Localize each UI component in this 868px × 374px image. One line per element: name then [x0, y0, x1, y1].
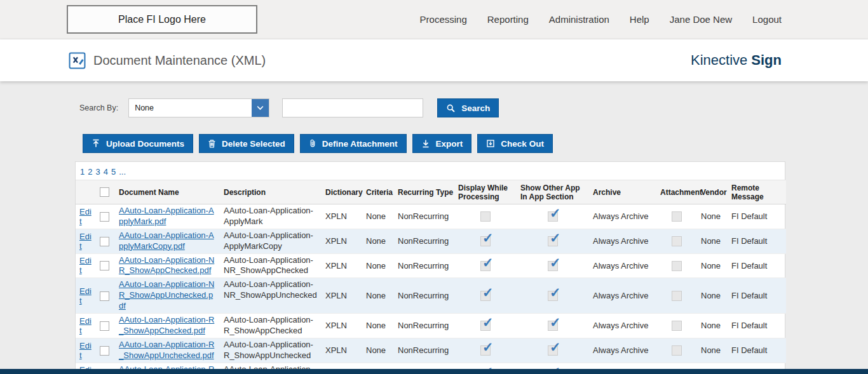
recurring-type-cell: NonRecurring	[394, 253, 454, 278]
upload-documents-button[interactable]: Upload Documents	[83, 134, 193, 153]
page-link-4[interactable]: 4	[104, 167, 108, 177]
display-while-processing-cell	[454, 278, 517, 314]
define-attachment-button[interactable]: Define Attachment	[300, 134, 407, 153]
nav-item-help[interactable]: Help	[630, 14, 649, 25]
row-checkbox[interactable]	[100, 237, 109, 246]
archive-cell: Always Archive	[589, 229, 656, 253]
row-checkbox[interactable]	[100, 261, 109, 270]
trash-icon	[208, 139, 216, 148]
edit-link[interactable]: Edit	[79, 256, 92, 275]
footer-bar	[0, 369, 868, 374]
search-by-dropdown[interactable]: None	[128, 98, 269, 117]
document-name-link[interactable]: AAuto-Loan-Application-R_ShowAppUnchecke…	[119, 340, 216, 361]
attachment-checkbox[interactable]	[672, 291, 682, 301]
nav-item-processing[interactable]: Processing	[420, 14, 467, 25]
row-checkbox[interactable]	[100, 346, 109, 356]
attachment-checkbox[interactable]	[672, 261, 682, 271]
document-name-link[interactable]: AAuto-Loan-Application-ApplyMark.pdf	[119, 206, 216, 227]
button-label: Define Attachment	[322, 139, 398, 149]
edit-link[interactable]: Edit	[79, 316, 92, 335]
nav-item-jane-doe-new[interactable]: Jane Doe New	[670, 14, 732, 25]
nav-item-administration[interactable]: Administration	[549, 14, 609, 25]
table-header-row: Document Name Description Dictionary Cri…	[76, 180, 786, 204]
archive-cell: Always Archive	[589, 338, 656, 363]
recurring-type-cell: NonRecurring	[394, 278, 454, 314]
show-other-app-checkbox[interactable]	[548, 211, 558, 222]
attachment-cell	[656, 338, 697, 363]
export-button[interactable]: Export	[412, 134, 472, 153]
show-other-app-checkbox[interactable]	[548, 261, 558, 271]
edit-link[interactable]: Edit	[79, 207, 92, 226]
nav-item-reporting[interactable]: Reporting	[487, 14, 529, 25]
recurring-type-cell: NonRecurring	[394, 204, 454, 229]
edit-link[interactable]: Edit	[79, 286, 92, 305]
pagination: 12345...	[76, 162, 785, 180]
button-label: Check Out	[501, 139, 544, 149]
attachment-checkbox[interactable]	[672, 236, 682, 246]
page-link-1[interactable]: 1	[80, 167, 85, 177]
button-label: Delete Selected	[222, 139, 285, 149]
document-name-link[interactable]: AAuto-Loan-Application-ApplyMarkCopy.pdf	[119, 230, 216, 252]
col-dictionary: Dictionary	[322, 180, 362, 204]
attachment-checkbox[interactable]	[672, 345, 682, 356]
recurring-type-cell: NonRecurring	[394, 338, 454, 363]
vendor-cell: None	[697, 338, 728, 363]
chevron-down-icon	[252, 99, 269, 117]
page-link-[interactable]: ...	[119, 167, 126, 177]
search-by-dropdown-value: None	[135, 104, 154, 112]
show-other-app-cell	[517, 204, 589, 229]
page-link-3[interactable]: 3	[95, 167, 100, 177]
upload-icon	[92, 139, 100, 148]
display-while-processing-checkbox[interactable]	[480, 291, 491, 301]
description-cell: AAuto-Loan-Application-NR_ShowAppUncheck…	[220, 278, 322, 302]
attachment-checkbox[interactable]	[672, 321, 682, 331]
nav-item-logout[interactable]: Logout	[752, 14, 782, 25]
archive-cell: Always Archive	[589, 204, 656, 229]
col-vendor: Vendor	[697, 180, 728, 204]
row-checkbox[interactable]	[100, 291, 109, 301]
attachment-cell	[656, 204, 697, 229]
attachment-checkbox[interactable]	[672, 211, 682, 222]
select-all-checkbox[interactable]	[100, 187, 109, 197]
search-input[interactable]	[282, 98, 423, 117]
show-other-app-checkbox[interactable]	[548, 345, 558, 356]
edit-link[interactable]: Edit	[79, 232, 92, 251]
table-row: EditAAuto-Loan-Application-R_ShowAppUnch…	[76, 338, 786, 363]
check-out-button[interactable]: Check Out	[477, 134, 553, 153]
search-row: Search By: None Search	[79, 98, 868, 117]
row-checkbox[interactable]	[100, 321, 109, 331]
delete-selected-button[interactable]: Delete Selected	[199, 134, 294, 153]
page-link-2[interactable]: 2	[88, 167, 92, 177]
search-button[interactable]: Search	[437, 98, 499, 117]
show-other-app-cell	[517, 278, 589, 314]
display-while-processing-checkbox[interactable]	[480, 345, 491, 356]
display-while-processing-checkbox[interactable]	[480, 261, 491, 271]
search-button-label: Search	[461, 104, 490, 113]
attachment-cell	[656, 314, 697, 338]
toolbar: Upload DocumentsDelete SelectedDefine At…	[83, 134, 868, 153]
edit-link[interactable]: Edit	[79, 341, 92, 360]
brand-name: Kinective	[691, 52, 747, 68]
download-icon	[421, 139, 430, 148]
brand-bold: Sign	[751, 52, 782, 68]
document-name-link[interactable]: AAuto-Loan-Application-NR_ShowAppChecked…	[119, 255, 216, 277]
page-link-5[interactable]: 5	[111, 167, 116, 177]
col-show-other-app: Show Other App In App Section	[517, 180, 589, 204]
row-checkbox[interactable]	[100, 212, 109, 222]
show-other-app-checkbox[interactable]	[548, 236, 558, 246]
display-while-processing-checkbox[interactable]	[480, 211, 491, 222]
remote-message-cell: FI Default	[728, 278, 786, 314]
criteria-cell: None	[362, 338, 394, 363]
table-row: EditAAuto-Loan-Application-ApplyMarkCopy…	[76, 229, 786, 253]
description-cell: AAuto-Loan-Application-R_ShowAppChecked	[220, 314, 322, 337]
criteria-cell: None	[362, 204, 394, 229]
recurring-type-cell: NonRecurring	[394, 229, 454, 253]
document-name-link[interactable]: AAuto-Loan-Application-R_ShowAppChecked.…	[119, 315, 216, 337]
dictionary-cell: XPLN	[322, 278, 362, 314]
display-while-processing-checkbox[interactable]	[480, 321, 491, 331]
document-name-link[interactable]: AAuto-Loan-Application-NR_ShowAppUncheck…	[119, 279, 216, 312]
button-label: Export	[436, 139, 463, 149]
display-while-processing-checkbox[interactable]	[480, 236, 491, 246]
show-other-app-checkbox[interactable]	[548, 291, 558, 301]
show-other-app-checkbox[interactable]	[548, 321, 558, 331]
